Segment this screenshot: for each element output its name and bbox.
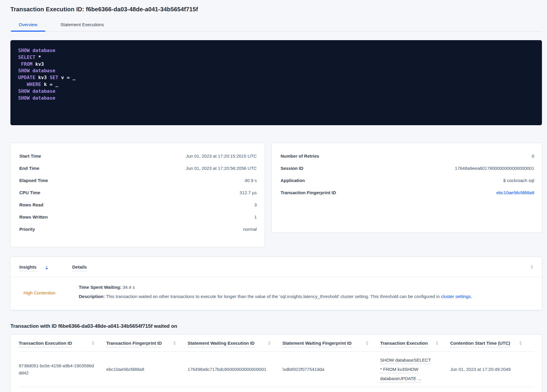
sql-text: v = _ [58,75,76,80]
tab-overview[interactable]: Overview [11,20,45,32]
sql-text [30,48,33,53]
summary-value: 1 [254,214,257,220]
column-header-label[interactable]: Transaction Execution [380,341,428,346]
sort-up-arrow [519,341,522,343]
sql-keyword: SHOW [18,68,30,73]
sort-down-arrow [531,267,533,269]
summary-row: End TimeJun 01, 2023 at 17:20:56:2056 UT… [19,165,257,172]
column-header-label[interactable]: Transaction Execution ID [19,341,72,346]
sql-keyword: SELECT [18,54,35,60]
summary-value: 40.9 s [245,177,257,184]
tab-bar: Overview Statement Executions [10,20,542,32]
sort-up-arrow [531,265,533,266]
sort-down-arrow [92,344,94,345]
sql-keyword: FROM [21,61,33,67]
sort-icon[interactable] [436,341,438,345]
cluster-settings-link[interactable]: cluster settings [441,294,471,299]
sql-keyword: UPDATE [18,75,35,80]
execution-times-rows: Start TimeJun 01, 2023 at 17:20:15:2015 … [19,153,257,233]
summary-row: CPU Time312.7 µs [19,189,257,196]
sort-down-arrow [45,268,48,269]
transaction-execution-page: Transaction Execution ID: f6be6366-da03-… [0,0,547,392]
description-text: This transaction waited on other transac… [106,294,441,299]
column-header-contention-start-time-utc[interactable]: Contention Start Time (UTC) [450,341,534,346]
sql-line: SHOW database [18,68,534,74]
summary-label: Elapsed Time [19,177,48,184]
insight-row: High Contention Time Spent Waiting: 34.4… [10,277,542,310]
column-header-statement-waiting-fingerprint-id[interactable]: Statement Waiting Fingerprint ID [282,341,380,346]
summary-value: 312.7 µs [240,189,257,196]
summary-value: Jun 01, 2023 at 17:20:56:2056 UTC [186,165,257,172]
insights-header-label[interactable]: Insights [19,264,37,269]
sql-line: SELECT * [18,54,534,61]
sql-line: SHOW database [18,88,534,95]
sort-icon[interactable] [366,341,368,345]
insights-table-header: Insights Details [10,257,542,277]
description-label: Description: [79,294,105,299]
transaction-execution-id-cell: 9738d051-bc0e-4158-a9b4-1903586ddd42 [19,362,106,377]
execution-attributes-rows: Number of Retries0Session ID17648a9eea60… [281,153,534,196]
summary-row: Transaction Fingerprint IDebc10ae56cfd88… [281,189,534,196]
sql-code: SHOW databaseSELECT * FROM kv3SHOW datab… [18,47,534,101]
summary-row: Application$ cockroach sql [281,177,534,184]
sort-up-arrow [436,341,438,343]
column-header-transaction-execution-id[interactable]: Transaction Execution ID [19,341,106,346]
column-header-label[interactable]: Contention Start Time (UTC) [450,341,510,346]
column-header-statement-waiting-execution-id[interactable]: Statement Waiting Execution ID [188,341,282,346]
sql-keyword: SHOW [18,88,30,94]
sort-icon[interactable] [45,266,48,269]
waited-on-table-row: 9738d051-bc0e-4158-a9b4-1903586ddd42ebc1… [19,352,534,387]
summary-value: Jun 01, 2023 at 17:20:15:2015 UTC [186,153,257,159]
sort-icon[interactable] [268,341,271,345]
sort-up-arrow [268,341,271,343]
time-spent-waiting-line: Time Spent Waiting: 34.4 s [79,284,533,291]
sql-keyword: database [32,88,55,94]
sort-down-arrow [366,344,368,345]
sql-keyword: database [32,48,55,53]
sort-down-arrow [268,344,271,345]
summary-value: 0 [532,153,534,159]
sql-text [18,81,27,87]
sort-icon[interactable] [519,341,522,345]
sql-line: SHOW database [18,95,534,102]
sql-text [18,61,21,67]
summary-value: $ cockroach sql [503,177,534,184]
description-line: Description: This transaction waited on … [79,293,533,300]
sql-statements-box: SHOW databaseSELECT * FROM kv3SHOW datab… [10,40,542,125]
summary-row: Rows Read3 [19,201,257,208]
sort-icon[interactable] [92,341,94,345]
column-header-details[interactable]: Details [72,264,87,269]
transaction-execution-cell[interactable]: SHOW databaseSELECT * FROM kv3SHOW datab… [380,355,450,383]
sort-down-arrow [436,344,438,345]
column-header-transaction-fingerprint-id[interactable]: Transaction Fingerprint ID [106,341,188,346]
summary-label: Priority [19,226,35,233]
sql-keyword: SHOW [18,95,30,101]
sql-text: k = _ [41,81,58,87]
tab-statement-executions[interactable]: Statement Executions [53,20,112,32]
sql-line: WHERE k = _ [18,81,534,88]
waited-on-heading: Transaction with ID f6be6366-da03-48de-a… [10,323,542,330]
transaction-fingerprint-id-link[interactable]: ebc10ae56cfd88a8 [496,189,534,196]
sql-line: UPDATE kv3 SET v = _ [18,74,534,81]
summary-label: Start Time [19,153,41,159]
column-header-label[interactable]: Statement Waiting Execution ID [188,341,254,346]
column-header-label[interactable]: Statement Waiting Fingerprint ID [282,341,352,346]
insights-table-card: Insights Details High Contention Time Sp… [10,257,542,310]
execution-times-card: Start TimeJun 01, 2023 at 17:20:15:2015 … [10,143,265,247]
sql-keyword: SHOW [18,48,30,53]
sort-icon[interactable] [173,341,176,345]
column-header-label[interactable]: Transaction Fingerprint ID [106,341,162,346]
column-header-insights[interactable]: Insights [19,264,65,269]
summary-value: normal [243,226,257,233]
page-title: Transaction Execution ID: f6be6366-da03-… [10,5,542,13]
sort-icon[interactable] [531,265,533,269]
statement-waiting-execution-id-cell: 176498a9c717bdc80000000000000001 [188,366,282,373]
column-header-transaction-execution[interactable]: Transaction Execution [380,341,450,346]
time-spent-waiting-value: 34.4 s [123,285,135,290]
sort-down-arrow [173,344,176,345]
insight-details: Time Spent Waiting: 34.4 s Description: … [72,284,533,302]
summary-row: Prioritynormal [19,226,257,233]
sql-line: FROM kv3 [18,61,534,68]
summary-label: Transaction Fingerprint ID [281,189,336,196]
sort-up-arrow [173,341,176,343]
